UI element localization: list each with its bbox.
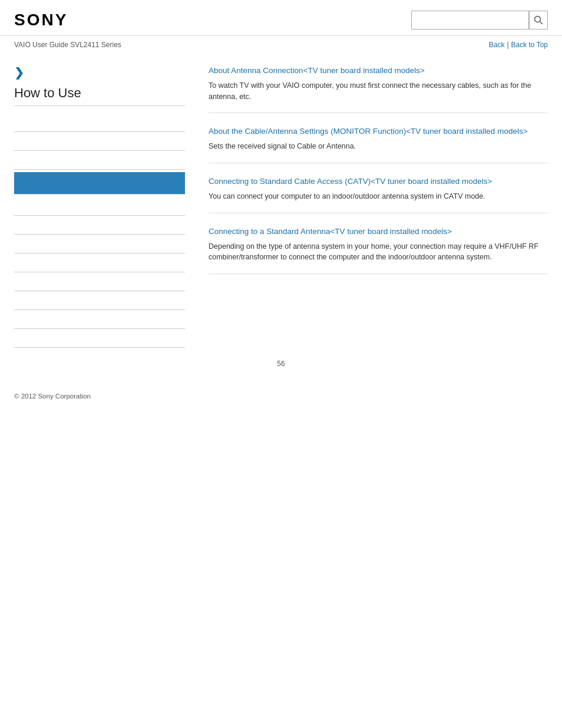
sidebar-item-text-6 (14, 221, 16, 229)
sidebar-item-1[interactable] (14, 113, 185, 132)
sidebar-item-12[interactable] (14, 329, 185, 348)
sidebar-item-2[interactable] (14, 132, 185, 151)
content-link-3[interactable]: Connecting to Standard Cable Access (CAT… (209, 176, 548, 187)
footer: © 2012 Sony Corporation (0, 374, 562, 406)
content-entry-3: Connecting to Standard Cable Access (CAT… (209, 176, 548, 213)
sidebar-item-10[interactable] (14, 291, 185, 310)
sidebar-chevron[interactable]: ❯ (14, 65, 185, 80)
sidebar: ❯ How to Use (14, 54, 197, 348)
sidebar-item-text-7 (14, 240, 16, 248)
sidebar-item-text-5 (14, 202, 16, 210)
sidebar-item-11[interactable] (14, 310, 185, 329)
sidebar-item-6[interactable] (14, 216, 185, 235)
main-content: ❯ How to Use (0, 54, 562, 348)
sub-header: VAIO User Guide SVL2411 Series Back | Ba… (0, 36, 562, 54)
sidebar-item-text-1 (14, 118, 16, 127)
svg-point-0 (535, 17, 541, 22)
page-number: 56 (0, 348, 562, 374)
guide-title: VAIO User Guide SVL2411 Series (14, 41, 121, 49)
sidebar-item-text-3 (14, 156, 16, 164)
content-area: About Antenna Connection<TV tuner board … (197, 54, 548, 348)
sidebar-item-3[interactable] (14, 151, 185, 170)
sidebar-item-text-10 (14, 297, 16, 305)
content-link-4[interactable]: Connecting to a Standard Antenna<TV tune… (209, 226, 548, 238)
sidebar-item-text-9 (14, 278, 16, 286)
sony-logo: SONY (14, 11, 68, 29)
nav-separator: | (507, 41, 508, 49)
sidebar-title: How to Use (14, 85, 185, 106)
sidebar-item-9[interactable] (14, 272, 185, 291)
svg-line-1 (540, 22, 543, 25)
sidebar-item-text-2 (14, 137, 16, 146)
content-link-2[interactable]: About the Cable/Antenna Settings (MONITO… (209, 126, 548, 137)
sidebar-item-highlighted[interactable] (14, 172, 185, 195)
search-button[interactable] (529, 11, 548, 29)
content-entry-2: About the Cable/Antenna Settings (MONITO… (209, 126, 548, 163)
header: SONY (0, 0, 562, 36)
content-desc-4: Depending on the type of antenna system … (209, 241, 548, 263)
content-entry-4: Connecting to a Standard Antenna<TV tune… (209, 226, 548, 274)
sidebar-item-8[interactable] (14, 253, 185, 272)
back-link[interactable]: Back (489, 41, 505, 49)
content-desc-3: You can connect your computer to an indo… (209, 191, 548, 202)
sidebar-item-text-8 (14, 259, 16, 267)
content-desc-2: Sets the received signal to Cable or Ant… (209, 141, 548, 152)
search-input-box[interactable] (411, 11, 529, 29)
copyright: © 2012 Sony Corporation (14, 393, 91, 400)
back-to-top-link[interactable]: Back to Top (511, 41, 548, 49)
sidebar-item-5[interactable] (14, 197, 185, 216)
sidebar-item-text-11 (14, 315, 16, 324)
content-entry-1: About Antenna Connection<TV tuner board … (209, 65, 548, 113)
content-link-1[interactable]: About Antenna Connection<TV tuner board … (209, 65, 548, 77)
content-desc-1: To watch TV with your VAIO computer, you… (209, 80, 548, 103)
sidebar-item-7[interactable] (14, 235, 185, 253)
sidebar-item-text-12 (14, 334, 16, 342)
nav-links: Back | Back to Top (489, 41, 548, 49)
search-input[interactable] (412, 16, 525, 24)
search-icon (534, 15, 543, 25)
